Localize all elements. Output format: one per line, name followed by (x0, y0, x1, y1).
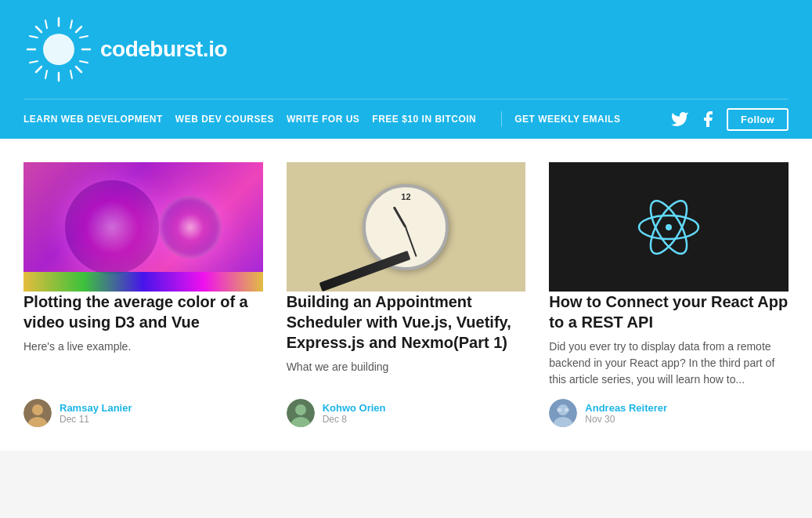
card-1-author-name[interactable]: Ramsay Lanier (60, 402, 132, 414)
svg-line-13 (80, 61, 88, 63)
nav-web-dev-courses[interactable]: WEB DEV COURSES (175, 107, 287, 131)
svg-line-11 (30, 61, 38, 63)
svg-point-18 (32, 404, 43, 415)
card-3-avatar (549, 399, 577, 427)
card-3-image[interactable] (549, 162, 789, 292)
nav-learn-web-dev[interactable]: LEARN WEB DEVELOPMENT (23, 107, 175, 131)
svg-line-15 (70, 71, 72, 78)
nav-write-for-us[interactable]: WRITE FOR US (287, 107, 372, 131)
card-2-avatar (287, 399, 315, 427)
card-3-subtitle: Did you ever try to display data from a … (549, 339, 789, 388)
card-1-avatar (23, 399, 52, 427)
logo-text: codeburst.io (100, 37, 227, 62)
card-3-meta: Andreas Reiterer Nov 30 (549, 399, 789, 427)
svg-line-9 (70, 20, 72, 28)
card-2-subtitle: What we are building (287, 359, 526, 375)
svg-line-8 (45, 20, 47, 28)
card-2-title[interactable]: Building an Appointment Scheduler with V… (287, 292, 526, 353)
card-3-date: Nov 30 (585, 414, 667, 425)
card-1-title[interactable]: Plotting the average color of a video us… (23, 292, 263, 332)
svg-point-26 (666, 224, 672, 230)
nav-free-bitcoin[interactable]: FREE $10 IN BITCOIN (372, 107, 489, 131)
nav-social: Follow (670, 108, 789, 131)
header: codeburst.io LEARN WEB DEVELOPMENT WEB D… (0, 0, 812, 139)
avatar-3-img (549, 399, 577, 427)
svg-point-16 (43, 34, 74, 65)
nav-weekly-emails[interactable]: GET WEEKLY EMAILS (514, 107, 633, 131)
card-1-date: Dec 11 (60, 414, 132, 425)
svg-line-5 (76, 67, 81, 72)
svg-rect-30 (557, 408, 561, 411)
card-1-image[interactable] (23, 162, 263, 292)
react-logo-svg (637, 196, 700, 259)
svg-line-14 (45, 71, 47, 78)
svg-line-7 (36, 67, 42, 72)
nav-bar: LEARN WEB DEVELOPMENT WEB DEV COURSES WR… (23, 99, 789, 139)
follow-button[interactable]: Follow (727, 108, 789, 131)
card-2-meta: Kohwo Orien Dec 8 (287, 399, 526, 427)
nav-divider (501, 111, 502, 127)
card-3-author-info: Andreas Reiterer Nov 30 (585, 402, 667, 425)
card-2-author-name[interactable]: Kohwo Orien (323, 402, 386, 414)
card-1-meta: Ramsay Lanier Dec 11 (23, 399, 263, 427)
articles-grid: Plotting the average color of a video us… (0, 139, 812, 451)
article-card-2: Building an Appointment Scheduler with V… (287, 162, 526, 427)
svg-point-21 (295, 404, 306, 415)
article-card-1: Plotting the average color of a video us… (23, 162, 263, 427)
svg-rect-31 (565, 408, 569, 411)
card-2-author-info: Kohwo Orien Dec 8 (323, 402, 386, 425)
avatar-2-img (287, 399, 315, 427)
nav-links: LEARN WEB DEVELOPMENT WEB DEV COURSES WR… (23, 107, 670, 131)
svg-line-12 (80, 36, 88, 38)
card-3-title[interactable]: How to Connect your React App to a REST … (549, 292, 789, 332)
twitter-icon[interactable] (670, 110, 689, 129)
card-3-author-name[interactable]: Andreas Reiterer (585, 402, 667, 414)
avatar-1-img (23, 399, 52, 427)
svg-line-6 (76, 27, 81, 32)
svg-line-10 (30, 36, 38, 38)
logo-area: codeburst.io (23, 14, 789, 85)
facebook-icon[interactable] (698, 110, 717, 129)
card-2-date: Dec 8 (323, 414, 386, 425)
card-1-author-info: Ramsay Lanier Dec 11 (60, 402, 132, 425)
logo-icon (23, 14, 94, 85)
clock-hour-hand (393, 206, 407, 227)
card-2-image[interactable] (287, 162, 526, 292)
svg-line-4 (36, 27, 42, 32)
article-card-3: How to Connect your React App to a REST … (549, 162, 789, 427)
card-1-subtitle: Here's a live example. (23, 339, 263, 355)
